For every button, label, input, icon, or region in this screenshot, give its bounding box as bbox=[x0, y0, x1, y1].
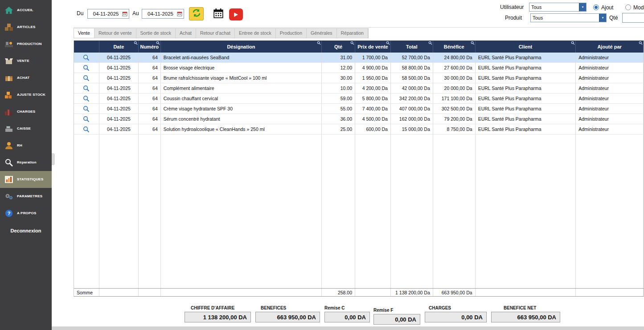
sidebar-item-accueil[interactable]: ACCUEIL bbox=[0, 2, 52, 19]
table-row[interactable]: 04-11-202564Brosse visage électrique12.0… bbox=[74, 63, 644, 73]
column-header-benefice[interactable]: Bénéfice bbox=[433, 41, 476, 53]
sidebar-item-reparation[interactable]: Réparation bbox=[0, 154, 52, 171]
sidebar-item-label: PARAMETRES bbox=[17, 194, 42, 199]
table-row[interactable]: 04-11-202564Brume rafraîchissante visage… bbox=[74, 73, 644, 83]
table-row[interactable]: 04-11-202564Solution hydroalcoolique « C… bbox=[74, 124, 644, 134]
column-filter-icon[interactable] bbox=[317, 41, 321, 45]
cell-qte: 55.00 bbox=[322, 104, 355, 114]
column-header-client[interactable]: Client bbox=[476, 41, 576, 53]
date-from-input[interactable] bbox=[87, 9, 129, 19]
tab-sortie-de-stock[interactable]: Sortie de stock bbox=[136, 29, 176, 38]
table-row[interactable]: 04-11-202564Coussin chauffant cervical59… bbox=[74, 94, 644, 104]
sidebar-item-charges[interactable]: CHARGES bbox=[0, 103, 52, 120]
column-filter-icon[interactable] bbox=[156, 41, 160, 45]
column-header-date[interactable]: Date bbox=[99, 41, 139, 53]
tab-reparation[interactable]: Réparation bbox=[337, 29, 368, 38]
sidebar-collapse-handle[interactable] bbox=[52, 153, 55, 165]
cell-designation: Coussin chauffant cervical bbox=[161, 94, 322, 103]
produit-select[interactable]: Tous ▼ bbox=[530, 13, 607, 22]
cell-numero: 64 bbox=[139, 73, 161, 83]
cell-rowicon bbox=[74, 73, 99, 83]
tab-production[interactable]: Production bbox=[276, 29, 307, 38]
table-row[interactable]: 04-11-202564Crème visage hydratante SPF … bbox=[74, 104, 644, 114]
column-filter-icon[interactable] bbox=[471, 41, 475, 45]
row-detail-magnifier-icon[interactable] bbox=[83, 75, 90, 81]
column-filter-icon[interactable] bbox=[428, 41, 432, 45]
empty-cell bbox=[433, 216, 476, 227]
sidebar-item-parametres[interactable]: PARAMETRES bbox=[0, 188, 52, 205]
sidebar-item-label: CHARGES bbox=[17, 110, 35, 114]
utilisateur-select[interactable]: Tous ▼ bbox=[529, 3, 587, 12]
empty-cell bbox=[139, 196, 161, 206]
row-detail-magnifier-icon[interactable] bbox=[83, 116, 90, 122]
sidebar-item-label: ARTICLES bbox=[17, 25, 36, 29]
sidebar-item-ajuste-stock[interactable]: AJUSTE STOCK bbox=[0, 86, 52, 103]
table-row[interactable]: 04-11-202564Sérum concentré hydratant36.… bbox=[74, 114, 644, 124]
chevron-down-icon[interactable]: ▼ bbox=[579, 3, 586, 11]
qte-input[interactable] bbox=[622, 13, 644, 23]
column-header-numero[interactable]: Numéro bbox=[139, 41, 161, 53]
sidebar-item-a-propos[interactable]: ?A PROPOS bbox=[0, 205, 52, 222]
date-from-value[interactable] bbox=[90, 11, 122, 16]
empty-cell bbox=[576, 216, 644, 227]
sidebar-item-achat[interactable]: ACHAT bbox=[0, 69, 52, 86]
column-filter-icon[interactable] bbox=[639, 41, 643, 45]
logout-button[interactable]: Deconnexion bbox=[0, 228, 52, 233]
empty-cell bbox=[99, 227, 139, 237]
calendar-dropdown-icon[interactable] bbox=[177, 11, 183, 16]
calendar-dropdown-icon[interactable] bbox=[122, 11, 128, 16]
sidebar-item-caisse[interactable]: CAISSE bbox=[0, 120, 52, 137]
date-to-input[interactable] bbox=[142, 9, 184, 19]
summary-value: 0,00 DA bbox=[373, 314, 420, 325]
empty-cell bbox=[391, 227, 433, 237]
sale-icon bbox=[4, 57, 14, 65]
row-detail-magnifier-icon[interactable] bbox=[83, 126, 90, 133]
tab-entree-de-stock[interactable]: Entree de stock bbox=[235, 29, 276, 38]
tab-generales[interactable]: Générales bbox=[307, 29, 336, 38]
column-header-designation[interactable]: Désignation bbox=[161, 41, 322, 53]
tab-achat[interactable]: Achat bbox=[176, 29, 196, 38]
modif-radio[interactable] bbox=[625, 4, 631, 10]
sidebar-item-vente[interactable]: VENTE bbox=[0, 53, 52, 69]
youtube-button[interactable] bbox=[229, 8, 243, 20]
cell-designation: Crème visage hydratante SPF 30 bbox=[161, 104, 322, 114]
row-detail-magnifier-icon[interactable] bbox=[83, 54, 90, 61]
date-from-label: Du bbox=[77, 10, 83, 16]
cell-total: 42 000,00 Da bbox=[391, 83, 433, 93]
cell-qte: 25.00 bbox=[322, 124, 355, 134]
footer-prix bbox=[355, 289, 391, 296]
sidebar-item-statistiques[interactable]: STATISTIQUES bbox=[0, 171, 52, 188]
table-row[interactable]: 04-11-202564Complément alimentaire10.004… bbox=[74, 83, 644, 94]
empty-row bbox=[74, 278, 644, 288]
column-header-ajoute[interactable]: Ajouté par bbox=[576, 41, 644, 53]
sidebar-item-production[interactable]: PRODUCTION bbox=[0, 36, 52, 53]
chevron-down-icon[interactable]: ▼ bbox=[599, 14, 606, 22]
column-header-total[interactable]: Total bbox=[391, 41, 433, 53]
row-detail-magnifier-icon[interactable] bbox=[83, 95, 90, 102]
summary-benefices: BENEFICES663 950,00 DA bbox=[255, 306, 320, 322]
column-filter-icon[interactable] bbox=[571, 41, 575, 45]
qte-label: Qté bbox=[609, 15, 618, 21]
row-detail-magnifier-icon[interactable] bbox=[83, 65, 90, 71]
column-header-qte[interactable]: Qté bbox=[322, 41, 355, 53]
row-detail-magnifier-icon[interactable] bbox=[83, 106, 90, 112]
column-header-prix[interactable]: Prix de vente bbox=[355, 41, 391, 53]
column-header-rowicon[interactable] bbox=[74, 41, 99, 53]
tab-retour-d-achat[interactable]: Retour d'achat bbox=[196, 29, 235, 38]
footer-total: 1 138 200,00 Da bbox=[391, 289, 433, 296]
row-detail-magnifier-icon[interactable] bbox=[83, 85, 90, 92]
ajout-radio[interactable] bbox=[593, 4, 599, 10]
calendar-button[interactable] bbox=[212, 8, 225, 20]
column-filter-icon[interactable] bbox=[386, 41, 390, 45]
sidebar-item-articles[interactable]: ARTICLES bbox=[0, 19, 52, 36]
table-row[interactable]: 04-11-202564Bracelet anti-nausées SeaBan… bbox=[74, 53, 644, 63]
tab-vente[interactable]: Vente bbox=[74, 29, 94, 38]
column-filter-icon[interactable] bbox=[134, 41, 138, 45]
tab-retour-de-vente[interactable]: Retour de vente bbox=[94, 29, 136, 38]
sidebar-item-rh[interactable]: RH bbox=[0, 137, 52, 154]
date-to-value[interactable] bbox=[144, 11, 177, 16]
refresh-button[interactable] bbox=[189, 7, 204, 20]
empty-cell bbox=[576, 268, 644, 278]
column-filter-icon[interactable] bbox=[350, 41, 354, 45]
empty-cell bbox=[139, 247, 161, 257]
